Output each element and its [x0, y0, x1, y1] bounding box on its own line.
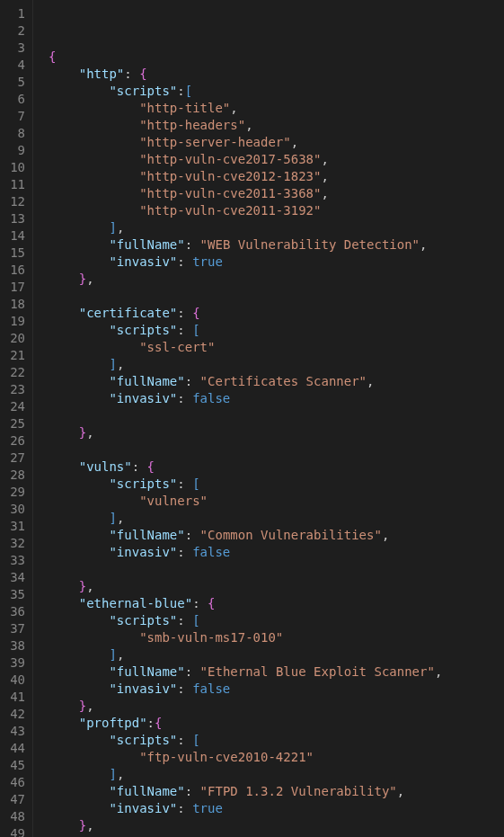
code-line: "scripts": [ [49, 732, 504, 749]
code-line: "scripts": [ [49, 476, 504, 493]
token-brace: } [79, 818, 86, 833]
line-number: 22 [0, 364, 25, 381]
code-line: "fullName": "Ethernal Blue Exploit Scann… [49, 663, 504, 681]
line-number: 40 [0, 672, 25, 689]
token-string: "smb-vuln-ms17-010" [139, 630, 283, 645]
token-punc: , [230, 101, 237, 115]
token-string: "http-vuln-cve2011-3368" [139, 186, 321, 200]
token-bool: false [192, 681, 230, 696]
line-number: 6 [0, 91, 25, 108]
token-key: "proftpd" [79, 716, 147, 730]
code-line: "vulners" [49, 493, 504, 510]
code-line: "invasiv": false [49, 544, 504, 561]
line-number: 23 [0, 381, 25, 398]
line-number: 9 [0, 142, 25, 159]
token-punc: : [124, 67, 139, 81]
line-number: 41 [0, 689, 25, 706]
token-key: "scripts" [109, 733, 177, 747]
code-line: ], [49, 646, 504, 663]
code-line: ], [49, 766, 504, 783]
code-line: "certificate": { [49, 305, 504, 322]
code-line: "http-vuln-cve2012-1823", [49, 168, 504, 185]
token-key: "invasiv" [109, 254, 177, 269]
line-number: 45 [0, 757, 25, 774]
code-line [49, 288, 504, 305]
token-string: "ftp-vuln-cve2010-4221" [139, 750, 314, 764]
token-punc: : [177, 733, 192, 747]
token-bracket: ] [109, 357, 116, 371]
token-key: "vulns" [79, 459, 132, 474]
token-bool: false [192, 391, 230, 405]
line-number: 14 [0, 227, 25, 245]
token-brace: { [155, 716, 162, 730]
code-line: }, [49, 817, 504, 834]
token-punc: : [185, 237, 200, 252]
token-bracket: ] [109, 767, 116, 781]
token-punc: : [177, 306, 192, 320]
code-line: }, [49, 271, 504, 288]
line-number: 21 [0, 347, 25, 364]
code-line: "http-vuln-cve2011-3192" [49, 202, 504, 219]
token-punc: : [177, 613, 192, 628]
token-punc: : [185, 374, 200, 388]
line-number: 2 [0, 22, 25, 40]
token-string: "http-server-header" [139, 135, 291, 149]
token-bracket: ] [109, 511, 116, 525]
token-key: "ethernal-blue" [79, 596, 192, 610]
token-punc: : [185, 784, 200, 798]
token-punc: , [291, 135, 298, 149]
token-punc: , [117, 647, 124, 662]
code-line: "invasiv": true [49, 254, 504, 271]
line-number-gutter: 1234567891011121314151617181920212223242… [0, 0, 32, 837]
token-bool: true [192, 801, 223, 815]
token-punc: , [117, 220, 124, 235]
code-line [49, 407, 504, 424]
token-punc: : [177, 84, 184, 98]
line-number: 17 [0, 279, 25, 296]
line-number: 29 [0, 484, 25, 501]
line-number: 38 [0, 637, 25, 654]
line-number: 48 [0, 808, 25, 825]
line-number: 13 [0, 210, 25, 227]
token-bracket: [ [192, 323, 199, 337]
token-key: "invasiv" [109, 681, 177, 696]
code-line: ], [49, 510, 504, 527]
token-punc: , [435, 664, 442, 679]
token-punc: , [382, 528, 389, 542]
token-punc: : [177, 801, 192, 815]
token-string: "vulners" [139, 494, 208, 508]
token-string: "http-vuln-cve2012-1823" [139, 169, 321, 183]
token-bracket: [ [185, 84, 192, 98]
line-number: 49 [0, 825, 25, 837]
code-content[interactable]: { "http": { "scripts":[ "http-title", "h… [32, 0, 504, 837]
token-punc: , [86, 425, 93, 440]
line-number: 27 [0, 450, 25, 467]
code-line: "http-title", [49, 100, 504, 117]
line-number: 24 [0, 398, 25, 415]
line-number: 43 [0, 723, 25, 740]
line-number: 26 [0, 432, 25, 450]
line-number: 18 [0, 296, 25, 313]
token-brace: { [139, 67, 146, 81]
token-bool: true [192, 254, 223, 269]
token-string: "http-vuln-cve2011-3192" [139, 203, 321, 218]
token-key: "fullName" [109, 664, 184, 679]
token-brace: } [79, 272, 86, 286]
line-number: 28 [0, 467, 25, 484]
code-line: "ftp-vuln-cve2010-4221" [49, 749, 504, 766]
token-punc: , [117, 511, 124, 525]
code-line: "http-server-header", [49, 134, 504, 151]
code-line: "proftpd":{ [49, 715, 504, 732]
code-line: "invasiv": true [49, 800, 504, 817]
token-string: "Common Vulnerabilities" [200, 528, 382, 542]
token-punc: , [86, 699, 93, 713]
token-punc: , [321, 169, 328, 183]
token-key: "scripts" [109, 84, 177, 98]
code-line: "ssl-cert" [49, 339, 504, 356]
line-number: 5 [0, 74, 25, 91]
token-brace: } [79, 425, 86, 440]
token-key: "fullName" [109, 528, 184, 542]
token-brace: { [147, 459, 155, 474]
code-line: "scripts": [ [49, 322, 504, 339]
token-key: "scripts" [109, 613, 177, 628]
